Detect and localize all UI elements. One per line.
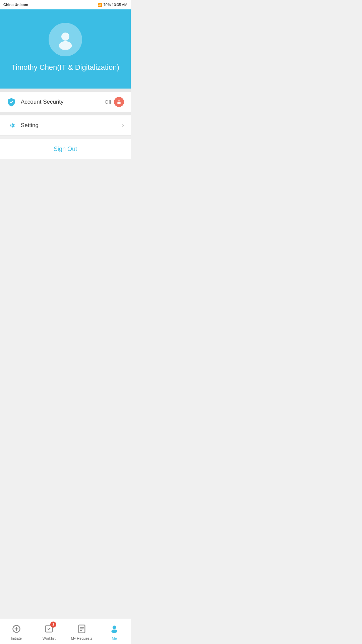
account-security-item[interactable]: Account Security Off (0, 92, 131, 112)
setting-label: Setting (21, 122, 122, 129)
setting-item[interactable]: Setting › (0, 115, 131, 136)
section-divider-2 (0, 112, 131, 115)
lock-badge (114, 97, 124, 107)
section-divider-1 (0, 89, 131, 92)
empty-content-area (0, 159, 131, 283)
svg-point-0 (61, 33, 69, 41)
carrier-text: China Unicom (3, 3, 28, 7)
svg-rect-2 (117, 102, 120, 104)
lock-icon (116, 99, 122, 105)
account-security-status: Off (105, 99, 111, 105)
profile-name: Timothy Chen(IT & Digitalization) (11, 63, 119, 72)
sign-out-button[interactable]: Sign Out (0, 139, 131, 159)
chevron-right-icon: › (122, 122, 124, 129)
account-security-label: Account Security (21, 99, 105, 105)
battery-text: 70% (103, 3, 111, 7)
time-text: 10:35 AM (112, 3, 127, 7)
account-security-right: Off (105, 97, 124, 107)
status-bar: China Unicom 📶 70% 10:35 AM (0, 0, 131, 9)
svg-point-1 (59, 41, 72, 50)
person-icon (55, 30, 75, 50)
sign-out-label: Sign Out (54, 146, 77, 153)
signal-icon: 📶 (98, 3, 102, 7)
avatar (49, 23, 82, 56)
gear-icon (7, 121, 16, 130)
setting-right: › (122, 122, 124, 129)
profile-header: Timothy Chen(IT & Digitalization) (0, 9, 131, 89)
status-bar-right: 📶 70% 10:35 AM (98, 3, 127, 7)
shield-icon (7, 97, 16, 107)
